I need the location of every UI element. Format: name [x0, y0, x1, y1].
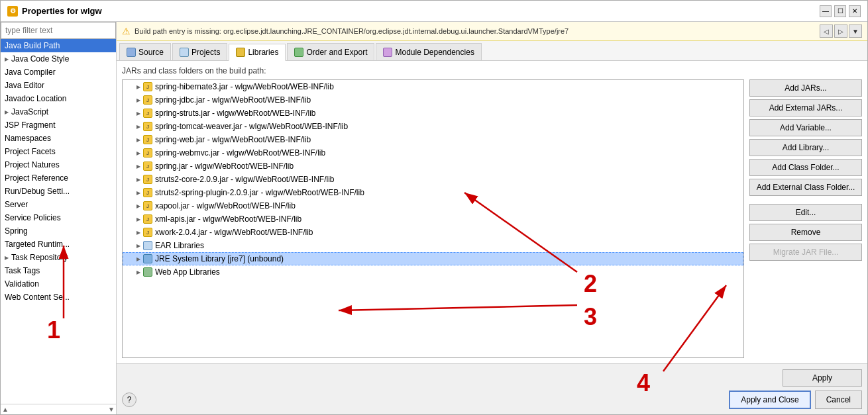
nav-dropdown-button[interactable]: ▼: [849, 24, 862, 38]
sidebar-item-service-policies[interactable]: Service Policies: [1, 211, 116, 224]
title-bar-controls: — ☐ ✕: [820, 5, 861, 17]
tree-item-struts2-spring-plugin[interactable]: ▶ J struts2-spring-plugin-2.0.9.jar - wl…: [123, 186, 743, 199]
scroll-down-icon[interactable]: ▼: [108, 406, 115, 413]
add-external-jars-button[interactable]: Add External JARs...: [749, 99, 862, 116]
tree-item-xml-apis[interactable]: ▶ J xml-apis.jar - wlgw/WebRoot/WEB-INF/…: [123, 212, 743, 226]
jar-icon: J: [143, 109, 152, 118]
module-tab-icon: [383, 48, 392, 57]
tree-expand-icon: ▶: [136, 97, 140, 103]
sidebar-list: Java Build Path Java Code Style Java Com…: [1, 39, 116, 404]
tree-container[interactable]: ▶ J spring-hibernate3.jar - wlgw/WebRoot…: [122, 79, 744, 358]
filter-input[interactable]: [1, 22, 116, 39]
apply-close-button[interactable]: Apply and Close: [729, 391, 810, 409]
title-bar-left: ⚙ Properties for wlgw: [7, 6, 102, 17]
tree-item-ear-libraries[interactable]: ▶ EAR Libraries: [123, 239, 743, 252]
add-external-class-folder-button[interactable]: Add External Class Folder...: [749, 179, 862, 196]
sidebar-item-project-facets[interactable]: Project Facets: [1, 145, 116, 158]
tree-item-label: spring-tomcat-weaver.jar - wlgw/WebRoot/…: [155, 122, 348, 131]
tree-item-label: xwork-2.0.4.jar - wlgw/WebRoot/WEB-INF/l…: [155, 228, 313, 237]
tree-item-spring-tomcat-weaver[interactable]: ▶ J spring-tomcat-weaver.jar - wlgw/WebR…: [123, 120, 743, 133]
tab-source[interactable]: Source: [119, 43, 171, 60]
tree-item-xwork[interactable]: ▶ J xwork-2.0.4.jar - wlgw/WebRoot/WEB-I…: [123, 226, 743, 239]
tree-item-struts2-core[interactable]: ▶ J struts2-core-2.0.9.jar - wlgw/WebRoo…: [123, 173, 743, 186]
sidebar-item-jsp-fragment[interactable]: JSP Fragment: [1, 118, 116, 132]
tree-expand-icon: ▶: [136, 84, 140, 90]
sidebar-item-spring[interactable]: Spring: [1, 224, 116, 238]
sidebar-label: Project Natures: [5, 160, 60, 169]
nav-arrows: ◁ ▷ ▼: [820, 24, 862, 38]
sidebar-item-project-natures[interactable]: Project Natures: [1, 158, 116, 171]
tab-module-deps[interactable]: Module Dependencies: [376, 43, 481, 60]
tab-projects[interactable]: Projects: [172, 43, 227, 60]
warning-bar: ⚠ Build path entry is missing: org.eclip…: [117, 22, 867, 41]
tree-item-label: xapool.jar - wlgw/WebRoot/WEB-INF/lib: [155, 201, 296, 210]
tree-item-xapool[interactable]: ▶ J xapool.jar - wlgw/WebRoot/WEB-INF/li…: [123, 199, 743, 212]
close-button[interactable]: ✕: [849, 5, 861, 17]
sidebar-item-java-build-path[interactable]: Java Build Path: [1, 39, 116, 52]
sidebar-item-java-compiler[interactable]: Java Compiler: [1, 66, 116, 79]
sidebar-item-task-tags[interactable]: Task Tags: [1, 264, 116, 277]
sidebar-item-run-debug[interactable]: Run/Debug Setti...: [1, 185, 116, 198]
tree-item-spring-webmvc[interactable]: ▶ J spring-webmvc.jar - wlgw/WebRoot/WEB…: [123, 146, 743, 160]
add-variable-button[interactable]: Add Variable...: [749, 119, 862, 136]
sidebar-item-java-code-style[interactable]: Java Code Style: [1, 52, 116, 66]
tree-expand-icon: ▶: [136, 256, 140, 262]
maximize-button[interactable]: ☐: [834, 5, 846, 17]
tab-module-label: Module Dependencies: [395, 48, 474, 57]
tree-expand-icon: ▶: [136, 111, 140, 116]
tree-item-web-app-libraries[interactable]: ▶ Web App Libraries: [123, 265, 743, 279]
minimize-button[interactable]: —: [820, 5, 832, 17]
sidebar-label: Java Compiler: [5, 68, 56, 77]
tree-item-label: struts2-core-2.0.9.jar - wlgw/WebRoot/WE…: [155, 175, 335, 184]
sidebar-item-namespaces[interactable]: Namespaces: [1, 132, 116, 145]
tree-expand-icon: ▶: [136, 269, 140, 275]
tree-expand-icon: ▶: [136, 177, 140, 183]
sidebar-item-targeted-runtime[interactable]: Targeted Runtim...: [1, 238, 116, 251]
tree-item-jre-system-library[interactable]: ▶ JRE System Library [jre7] (unbound): [123, 252, 743, 265]
tree-item-label: spring-jdbc.jar - wlgw/WebRoot/WEB-INF/l…: [155, 95, 311, 105]
jar-icon: J: [143, 201, 152, 210]
tab-libraries[interactable]: Libraries: [229, 44, 286, 61]
sidebar-label: Java Editor: [5, 81, 44, 90]
tab-order-export[interactable]: Order and Export: [287, 43, 374, 60]
build-path-main: ▶ J spring-hibernate3.jar - wlgw/WebRoot…: [122, 79, 862, 358]
tree-item-spring[interactable]: ▶ J spring.jar - wlgw/WebRoot/WEB-INF/li…: [123, 160, 743, 173]
bottom-right-buttons: Apply and Close Cancel: [729, 391, 862, 409]
sidebar-item-project-reference[interactable]: Project Reference: [1, 171, 116, 185]
sidebar-item-validation[interactable]: Validation: [1, 277, 116, 291]
build-path-content: JARs and class folders on the build path…: [117, 61, 867, 363]
tab-projects-label: Projects: [191, 48, 220, 57]
sidebar-item-web-content[interactable]: Web Content Se...: [1, 291, 116, 304]
help-button[interactable]: ?: [122, 392, 136, 407]
bottom-buttons-row: ? Apply and Close Cancel: [122, 391, 862, 409]
sidebar-label: Java Build Path: [5, 41, 60, 50]
nav-forward-button[interactable]: ▷: [834, 24, 847, 38]
sidebar-item-javascript[interactable]: JavaScript: [1, 105, 116, 118]
nav-back-button[interactable]: ◁: [820, 24, 833, 38]
cancel-button[interactable]: Cancel: [815, 391, 862, 409]
tree-item-label: spring-struts.jar - wlgw/WebRoot/WEB-INF…: [155, 109, 316, 118]
jre-icon: [143, 254, 152, 263]
sidebar-item-java-editor[interactable]: Java Editor: [1, 79, 116, 92]
sidebar-item-server[interactable]: Server: [1, 198, 116, 211]
tree-item-label: struts2-spring-plugin-2.0.9.jar - wlgw/W…: [155, 188, 364, 197]
scroll-up-icon[interactable]: ▲: [2, 406, 9, 413]
migrate-jar-button[interactable]: Migrate JAR File...: [749, 244, 862, 261]
remove-button[interactable]: Remove: [749, 224, 862, 241]
apply-button[interactable]: Apply: [783, 369, 862, 387]
tree-item-spring-jdbc[interactable]: ▶ J spring-jdbc.jar - wlgw/WebRoot/WEB-I…: [123, 93, 743, 107]
tree-item-spring-struts[interactable]: ▶ J spring-struts.jar - wlgw/WebRoot/WEB…: [123, 107, 743, 120]
edit-button[interactable]: Edit...: [749, 204, 862, 221]
sidebar-item-javadoc-location[interactable]: Javadoc Location: [1, 92, 116, 105]
tree-item-spring-hibernate3[interactable]: ▶ J spring-hibernate3.jar - wlgw/WebRoot…: [123, 80, 743, 93]
sidebar-label: Task Tags: [5, 266, 40, 275]
jar-icon: J: [143, 175, 152, 184]
tree-item-spring-web[interactable]: ▶ J spring-web.jar - wlgw/WebRoot/WEB-IN…: [123, 133, 743, 146]
add-library-button[interactable]: Add Library...: [749, 139, 862, 156]
add-jars-button[interactable]: Add JARs...: [749, 79, 862, 97]
add-class-folder-button[interactable]: Add Class Folder...: [749, 159, 862, 176]
bottom-area: Apply ? Apply and Close Cancel: [117, 363, 867, 414]
webapp-icon: [143, 267, 152, 277]
sidebar-label: Project Reference: [5, 173, 68, 183]
sidebar-item-task-repository[interactable]: Task Repository: [1, 251, 116, 264]
